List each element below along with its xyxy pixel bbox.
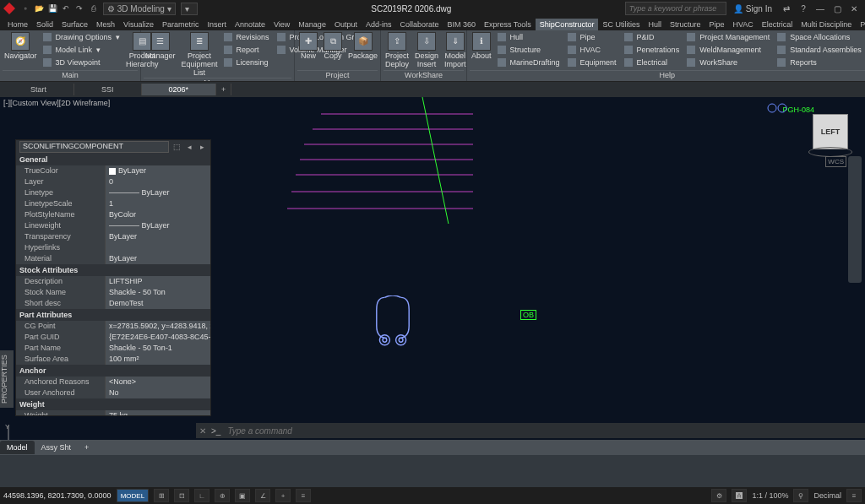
prev-icon[interactable]: ◂ xyxy=(185,143,194,152)
new-button[interactable]: ✚New xyxy=(297,31,319,61)
model-link-button[interactable]: Model Link ▾ xyxy=(41,44,122,56)
property-value[interactable]: ByLayer xyxy=(105,231,210,242)
minimize-button[interactable]: — xyxy=(813,2,828,15)
ribbon-tab[interactable]: Pipe xyxy=(705,19,728,30)
property-row[interactable]: User AnchoredNo xyxy=(16,387,210,398)
cmd-close-icon[interactable]: ✕ xyxy=(199,426,206,436)
property-row[interactable]: Lineweight———— ByLayer xyxy=(16,220,210,231)
property-row[interactable]: Linetype———— ByLayer xyxy=(16,187,210,198)
hvac-help-button[interactable]: HVAC xyxy=(566,44,620,56)
pid-help-button[interactable]: P&ID xyxy=(623,31,683,43)
ribbon-tab[interactable]: ShipConstructor xyxy=(536,19,599,30)
document-tab[interactable]: Start xyxy=(3,84,74,95)
property-row[interactable]: LinetypeScale1 xyxy=(16,198,210,209)
customize-toggle[interactable]: ≡ xyxy=(846,489,862,502)
add-layout-button[interactable]: + xyxy=(78,441,95,454)
structure-help-button[interactable]: Structure xyxy=(496,44,563,56)
property-value[interactable]: Shackle - 50 Ton-1 xyxy=(105,343,210,354)
command-input[interactable] xyxy=(226,425,862,436)
app-logo-icon[interactable] xyxy=(3,3,15,14)
property-value[interactable]: 1 xyxy=(105,198,210,209)
units-readout[interactable]: Decimal xyxy=(813,491,841,500)
wcs-label[interactable]: WCS xyxy=(825,156,846,167)
property-category[interactable]: Part Attributes xyxy=(16,309,210,321)
property-value[interactable]: x=27815.5902, y=4283.9418, z=419... xyxy=(105,321,210,332)
property-row[interactable]: CG Pointx=27815.5902, y=4283.9418, z=419… xyxy=(16,321,210,332)
ribbon-tab[interactable]: SC Utilities xyxy=(598,19,644,30)
ribbon-tab[interactable]: BIM 360 xyxy=(443,19,480,30)
projectmgmt-help-button[interactable]: Project Management xyxy=(685,31,773,43)
hull-help-button[interactable]: Hull xyxy=(496,31,563,43)
property-row[interactable]: Part GUID{E72E24E6-E407-4083-8C45-3D728.… xyxy=(16,332,210,343)
lw-toggle[interactable]: ≡ xyxy=(296,489,311,502)
properties-tab[interactable]: PROPERTIES xyxy=(0,350,14,408)
ribbon-tab[interactable]: Insert xyxy=(203,19,231,30)
property-row[interactable]: PlotStyleNameByColor xyxy=(16,209,210,220)
drawing-options-button[interactable]: Drawing Options ▾ xyxy=(41,31,122,43)
property-row[interactable]: Part NameShackle - 50 Ton-1 xyxy=(16,343,210,354)
import-button[interactable]: ⇓Model Import xyxy=(443,31,468,69)
ribbon-tab[interactable]: Output xyxy=(330,19,362,30)
equipment-help-button[interactable]: Equipment xyxy=(566,57,620,68)
property-row[interactable]: Short descDemoTest xyxy=(16,298,210,309)
qat-redo-icon[interactable]: ↷ xyxy=(74,3,84,14)
navigator-button[interactable]: 🧭Navigator xyxy=(3,31,39,61)
polar-toggle[interactable]: ⊕ xyxy=(215,489,230,502)
navbar[interactable] xyxy=(848,156,862,283)
property-category[interactable]: Stock Attributes xyxy=(16,264,210,276)
property-row[interactable]: Weight75 kg xyxy=(16,410,210,415)
ribbon-tab[interactable]: Express Tools xyxy=(480,19,536,30)
ribbon-tab[interactable]: Structure xyxy=(666,19,705,30)
stdassy-help-button[interactable]: Standard Assemblies xyxy=(775,44,865,56)
maximize-button[interactable]: ▢ xyxy=(830,2,845,15)
property-value[interactable]: LIFTSHIP xyxy=(105,276,210,287)
property-value[interactable]: 0 xyxy=(105,176,210,187)
shackle-object[interactable] xyxy=(372,295,414,346)
ribbon-tab[interactable]: Collaborate xyxy=(395,19,443,30)
property-category[interactable]: Weight xyxy=(16,398,210,410)
property-value[interactable]: ———— ByLayer xyxy=(105,220,210,231)
workspace-dropdown[interactable]: ⚙ 3D Modeling ▾ xyxy=(103,3,176,15)
qat-undo-icon[interactable]: ↶ xyxy=(61,3,71,14)
property-value[interactable]: 75 kg xyxy=(105,410,210,415)
snap-toggle[interactable]: ⊡ xyxy=(174,489,189,502)
ribbon-tab[interactable]: View xyxy=(269,19,294,30)
add-tab-button[interactable]: + xyxy=(216,84,231,95)
insert-button[interactable]: ⇩Design Insert xyxy=(413,31,440,69)
exchange-icon[interactable]: ⇄ xyxy=(779,2,794,15)
property-value[interactable]: 100 mm² xyxy=(105,354,210,365)
ortho-toggle[interactable]: ∟ xyxy=(194,489,209,502)
property-row[interactable]: MaterialByLayer xyxy=(16,253,210,264)
property-row[interactable]: Layer0 xyxy=(16,176,210,187)
model-button[interactable]: MODEL xyxy=(117,489,149,502)
qat-print-icon[interactable]: ⎙ xyxy=(88,3,98,14)
ribbon-tab[interactable]: Annotate xyxy=(231,19,269,30)
electrical-help-button[interactable]: Electrical xyxy=(623,57,683,68)
ribbon-tab[interactable]: Multi Discipline xyxy=(797,19,856,30)
ribbon-tab[interactable]: Manage xyxy=(294,19,330,30)
qat-open-icon[interactable]: 📂 xyxy=(34,3,44,14)
ribbon-tab[interactable]: Add-ins xyxy=(362,19,396,30)
package-button[interactable]: 📦Package xyxy=(346,31,379,61)
ribbon-tab[interactable]: Surface xyxy=(57,19,92,30)
zoom-readout[interactable]: 1:1 / 100% xyxy=(752,491,788,500)
ribbon-tab[interactable]: Visualize xyxy=(119,19,158,30)
otrack-toggle[interactable]: ∠ xyxy=(255,489,270,502)
close-button[interactable]: ✕ xyxy=(846,2,862,15)
manager-button[interactable]: ☰Manager xyxy=(144,31,177,61)
layout-tab[interactable]: Model xyxy=(0,441,35,454)
anno-toggle[interactable]: 🅰 xyxy=(732,489,747,502)
property-row[interactable]: Stock NameShackle - 50 Ton xyxy=(16,287,210,298)
property-row[interactable]: TransparencyByLayer xyxy=(16,231,210,242)
property-row[interactable]: Anchored Reasons<None> xyxy=(16,377,210,387)
quickselect-icon[interactable]: ⬚ xyxy=(172,143,182,152)
viewcube[interactable]: LEFT xyxy=(813,114,848,149)
qat-save-icon[interactable]: 💾 xyxy=(47,3,57,14)
property-value[interactable]: No xyxy=(105,387,210,398)
workshare-help-button[interactable]: WorkShare xyxy=(685,57,773,68)
property-category[interactable]: Anchor xyxy=(16,365,210,377)
property-value[interactable] xyxy=(105,242,210,253)
help-search-input[interactable] xyxy=(625,2,726,15)
reports-help-button[interactable]: Reports xyxy=(775,57,865,68)
licensing-button[interactable]: Licensing xyxy=(222,57,273,68)
